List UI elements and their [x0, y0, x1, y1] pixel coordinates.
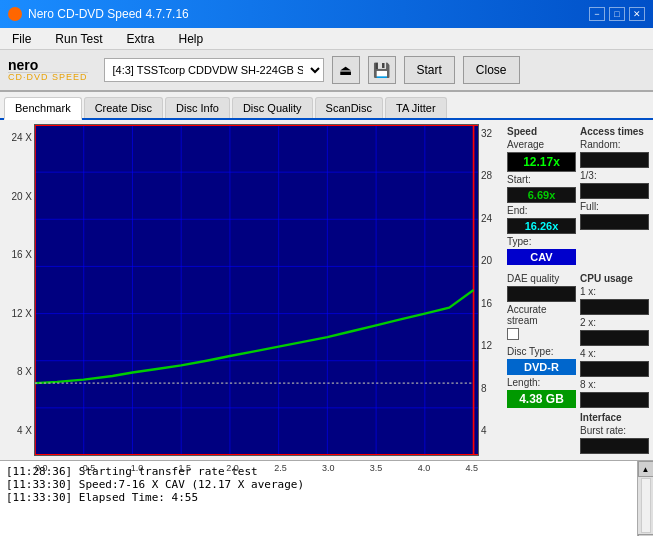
x-axis: 0.0 0.5 1.0 1.5 2.0 2.5 3.0 3.5 4.0 4.5 — [35, 463, 478, 473]
x-label-2: 2.0 — [226, 463, 239, 473]
y-axis-left: 24 X 20 X 16 X 12 X 8 X 4 X — [4, 124, 34, 456]
scroll-track — [641, 478, 651, 533]
y-right-4: 4 — [481, 425, 503, 436]
type-value: CAV — [507, 249, 576, 265]
start-value: 6.69x — [507, 187, 576, 203]
end-label: End: — [507, 205, 528, 216]
x-label-3: 3.0 — [322, 463, 335, 473]
title-bar: Nero CD-DVD Speed 4.7.7.16 − □ ✕ — [0, 0, 653, 28]
y-right-12: 12 — [481, 340, 503, 351]
nero-logo: nero CD·DVD SPEED — [8, 58, 88, 82]
dae-label: DAE quality — [507, 273, 576, 284]
y-right-28: 28 — [481, 170, 503, 181]
x-label-1: 1.0 — [131, 463, 144, 473]
cpu-1x-value — [580, 299, 649, 315]
scroll-up-button[interactable]: ▲ — [638, 461, 654, 477]
y-right-8: 8 — [481, 383, 503, 394]
menu-bar: File Run Test Extra Help — [0, 28, 653, 50]
disc-type-label: Disc Type: — [507, 346, 576, 357]
app-icon — [8, 7, 22, 21]
menu-help[interactable]: Help — [175, 30, 208, 48]
cpu-1x-label: 1 x: — [580, 286, 649, 297]
main-content: 24 X 20 X 16 X 12 X 8 X 4 X — [0, 120, 653, 460]
x-label-15: 1.5 — [178, 463, 191, 473]
full-label: Full: — [580, 201, 649, 212]
tab-scandisc[interactable]: ScanDisc — [315, 97, 383, 118]
dae-value — [507, 286, 576, 302]
close-button[interactable]: Close — [463, 56, 520, 84]
start-button[interactable]: Start — [404, 56, 455, 84]
access-header: Access times — [580, 126, 649, 137]
y-right-20: 20 — [481, 255, 503, 266]
log-scrollbar: ▲ ▼ — [637, 461, 653, 536]
menu-run-test[interactable]: Run Test — [51, 30, 106, 48]
log-line-3: [11:33:30] Elapsed Time: 4:55 — [6, 491, 631, 504]
speed-curve — [35, 290, 474, 383]
nero-logo-sub: CD·DVD SPEED — [8, 72, 88, 82]
onethird-label: 1/3: — [580, 170, 649, 181]
y-label-24: 24 X — [4, 132, 32, 143]
y-label-8: 8 X — [4, 366, 32, 377]
onethird-value — [580, 183, 649, 199]
y-right-24: 24 — [481, 213, 503, 224]
accurate-stream-row — [507, 328, 576, 340]
cpu-2x-value — [580, 330, 649, 346]
y-label-20: 20 X — [4, 191, 32, 202]
drive-selector[interactable]: [4:3] TSSTcorp CDDVDW SH-224GB SB00 — [104, 58, 324, 82]
chart-canvas: 0.0 0.5 1.0 1.5 2.0 2.5 3.0 3.5 4.0 4.5 — [34, 124, 479, 456]
random-label: Random: — [580, 139, 649, 150]
x-label-4: 4.0 — [418, 463, 431, 473]
cpu-4x-label: 4 x: — [580, 348, 649, 359]
toolbar: nero CD·DVD SPEED [4:3] TSSTcorp CDDVDW … — [0, 50, 653, 92]
y-label-12: 12 X — [4, 308, 32, 319]
accurate-stream-checkbox[interactable] — [507, 328, 519, 340]
average-value: 12.17x — [507, 152, 576, 172]
y-axis-right: 32 28 24 20 16 12 8 4 — [479, 124, 503, 456]
y-label-16: 16 X — [4, 249, 32, 260]
save-button[interactable]: 💾 — [368, 56, 396, 84]
tab-disc-info[interactable]: Disc Info — [165, 97, 230, 118]
x-label-05: 0.5 — [83, 463, 96, 473]
y-label-4: 4 X — [4, 425, 32, 436]
random-value — [580, 152, 649, 168]
x-label-25: 2.5 — [274, 463, 287, 473]
end-value: 16.26x — [507, 218, 576, 234]
nero-logo-text: nero — [8, 58, 88, 72]
menu-file[interactable]: File — [8, 30, 35, 48]
y-right-16: 16 — [481, 298, 503, 309]
accurate-label: Accurate stream — [507, 304, 576, 326]
burst-label: Burst rate: — [580, 425, 649, 436]
interface-header: Interface — [580, 412, 649, 423]
right-panel: Speed Average 12.17x Start: 6.69x End: 1… — [503, 120, 653, 460]
x-label-35: 3.5 — [370, 463, 383, 473]
average-label: Average — [507, 139, 576, 150]
length-label: Length: — [507, 377, 576, 388]
tab-benchmark[interactable]: Benchmark — [4, 97, 82, 120]
burst-value — [580, 438, 649, 454]
cpu-8x-label: 8 x: — [580, 379, 649, 390]
x-label-45: 4.5 — [465, 463, 478, 473]
full-value — [580, 214, 649, 230]
log-line-2: [11:33:30] Speed:7-16 X CAV (12.17 X ave… — [6, 478, 631, 491]
length-value: 4.38 GB — [507, 390, 576, 408]
chart-svg — [35, 125, 478, 455]
speed-header: Speed — [507, 126, 576, 137]
tab-ta-jitter[interactable]: TA Jitter — [385, 97, 447, 118]
menu-extra[interactable]: Extra — [122, 30, 158, 48]
cpu-4x-value — [580, 361, 649, 377]
close-window-button[interactable]: ✕ — [629, 7, 645, 21]
tab-bar: Benchmark Create Disc Disc Info Disc Qua… — [0, 92, 653, 120]
eject-button[interactable]: ⏏ — [332, 56, 360, 84]
cpu-header: CPU usage — [580, 273, 649, 284]
minimize-button[interactable]: − — [589, 7, 605, 21]
type-label: Type: — [507, 236, 576, 247]
y-right-32: 32 — [481, 128, 503, 139]
app-title: Nero CD-DVD Speed 4.7.7.16 — [28, 7, 189, 21]
maximize-button[interactable]: □ — [609, 7, 625, 21]
x-label-0: 0.0 — [35, 463, 48, 473]
start-label: Start: — [507, 174, 531, 185]
cpu-8x-value — [580, 392, 649, 408]
tab-create-disc[interactable]: Create Disc — [84, 97, 163, 118]
disc-type-value: DVD-R — [507, 359, 576, 375]
tab-disc-quality[interactable]: Disc Quality — [232, 97, 313, 118]
